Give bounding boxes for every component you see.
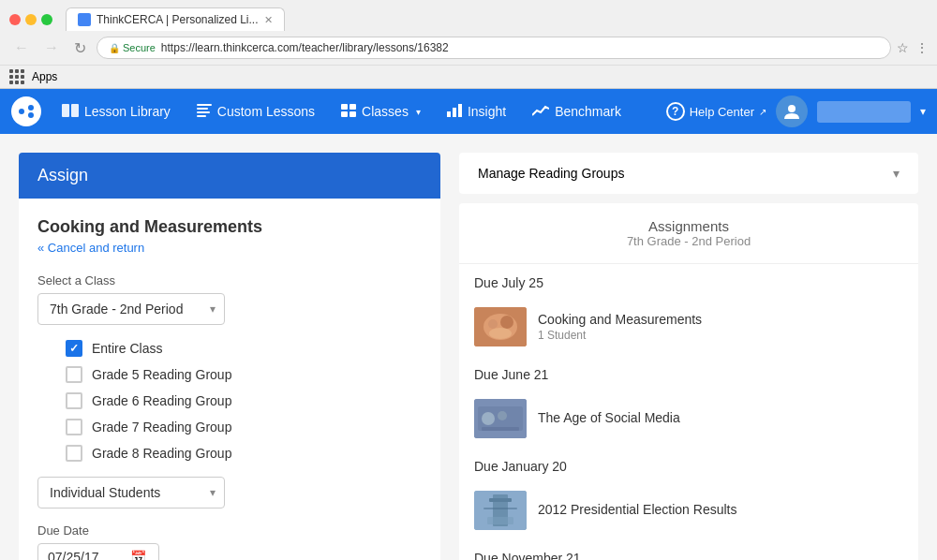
svg-rect-26 <box>482 427 519 431</box>
browser-actions: ☆ ⋮ <box>897 40 928 55</box>
svg-rect-29 <box>489 498 512 502</box>
svg-rect-8 <box>197 115 206 117</box>
grade7-label: Grade 7 Reading Group <box>92 420 231 435</box>
svg-rect-30 <box>483 508 517 509</box>
nav-lesson-library[interactable]: Lesson Library <box>49 89 184 134</box>
calendar-icon[interactable]: 📅 <box>130 550 146 560</box>
right-panel: Manage Reading Groups ▾ Assignments 7th … <box>459 153 918 560</box>
grade6-checkbox-box <box>66 392 82 409</box>
external-link-icon: ↗ <box>759 107 766 117</box>
entire-class-checkbox[interactable]: ✓ Entire Class <box>66 340 422 357</box>
classes-dropdown-chevron: ▾ <box>416 107 421 117</box>
grade6-checkbox[interactable]: Grade 6 Reading Group <box>66 392 422 409</box>
book-icon <box>62 104 79 120</box>
manage-groups-header[interactable]: Manage Reading Groups ▾ <box>459 153 918 194</box>
nav-benchmark[interactable]: Benchmark <box>519 89 634 134</box>
nav-custom-lessons[interactable]: Custom Lessons <box>184 89 328 134</box>
select-class-section: Select a Class 7th Grade - 2nd Period 6t… <box>37 273 422 325</box>
forward-button[interactable]: → <box>39 37 64 58</box>
browser-chrome: ThinkCERCA | Personalized Li... ✕ ← → ↻ … <box>0 0 937 89</box>
lesson-title: Cooking and Measurements <box>37 217 422 237</box>
browser-toolbar: ← → ↻ Secure https://learn.thinkcerca.co… <box>0 31 937 65</box>
grade7-checkbox[interactable]: Grade 7 Reading Group <box>66 419 422 435</box>
user-avatar[interactable] <box>776 96 808 127</box>
help-center-button[interactable]: ? Help Center ↗ <box>666 102 766 121</box>
svg-point-25 <box>498 411 507 420</box>
browser-tab[interactable]: ThinkCERCA | Personalized Li... ✕ <box>66 7 285 31</box>
tab-close-button[interactable]: ✕ <box>264 14 273 26</box>
svg-rect-6 <box>197 108 208 110</box>
grade7-checkbox-box <box>66 419 82 435</box>
svg-rect-15 <box>458 104 462 117</box>
assignments-subtitle: 7th Grade - 2nd Period <box>474 234 903 248</box>
grade5-checkbox[interactable]: Grade 5 Reading Group <box>66 366 422 383</box>
maximize-window-button[interactable] <box>41 14 52 25</box>
grid-icon <box>341 104 356 120</box>
due-july-header: Due July 25 <box>459 264 918 298</box>
assign-body: Cooking and Measurements Cancel and retu… <box>19 199 440 560</box>
close-window-button[interactable] <box>9 14 21 25</box>
apps-grid-icon <box>9 69 24 84</box>
svg-rect-14 <box>453 108 456 117</box>
svg-rect-12 <box>350 111 356 117</box>
nav-insight[interactable]: Insight <box>434 89 519 134</box>
bookmark-icon[interactable]: ☆ <box>897 40 909 55</box>
class-select[interactable]: 7th Grade - 2nd Period 6th Grade - 1st P… <box>37 293 225 325</box>
assignment-group-nov: Due November 21 Big Drinks: In or Out? <box>459 539 918 560</box>
user-name-input[interactable] <box>817 101 911 123</box>
entire-class-checkbox-box: ✓ <box>66 340 82 357</box>
social-assignment-info: The Age of Social Media <box>538 410 903 427</box>
user-menu-chevron[interactable]: ▾ <box>920 105 926 118</box>
due-date-input-wrapper[interactable]: 📅 <box>37 543 159 560</box>
svg-point-2 <box>28 112 34 118</box>
extensions-icon[interactable]: ⋮ <box>916 41 928 54</box>
due-date-input[interactable] <box>48 550 123 560</box>
due-nov-header: Due November 21 <box>459 539 918 560</box>
back-button[interactable]: ← <box>9 37 34 58</box>
nav-classes[interactable]: Classes ▾ <box>328 89 434 134</box>
cooking-assignment-info: Cooking and Measurements 1 Student <box>538 312 903 342</box>
svg-point-1 <box>28 105 34 111</box>
grade6-label: Grade 6 Reading Group <box>92 393 231 408</box>
reading-group-checkboxes: ✓ Entire Class Grade 5 Reading Group Gra… <box>66 340 422 462</box>
assignment-election[interactable]: 2012 Presidential Election Results <box>459 481 918 539</box>
svg-rect-3 <box>62 104 69 117</box>
tab-title: ThinkCERCA | Personalized Li... <box>97 13 259 26</box>
svg-point-24 <box>482 412 495 425</box>
election-thumbnail <box>474 491 527 530</box>
nav-benchmark-label: Benchmark <box>555 104 621 119</box>
minimize-window-button[interactable] <box>25 14 37 25</box>
svg-rect-4 <box>71 104 79 117</box>
url-text: https://learn.thinkcerca.com/teacher/lib… <box>161 41 449 54</box>
browser-titlebar: ThinkCERCA | Personalized Li... ✕ <box>0 0 937 31</box>
assignment-cooking[interactable]: Cooking and Measurements 1 Student <box>459 298 918 356</box>
svg-rect-31 <box>487 517 513 524</box>
cancel-link[interactable]: Cancel and return <box>37 241 422 255</box>
svg-point-16 <box>788 105 796 112</box>
secure-badge: Secure <box>109 42 156 53</box>
svg-point-0 <box>19 109 24 114</box>
cooking-thumbnail <box>474 307 527 346</box>
assignment-social[interactable]: The Age of Social Media <box>459 390 918 448</box>
individual-students-select[interactable]: Individual Students <box>37 477 225 508</box>
nav-right: ? Help Center ↗ ▾ <box>666 96 926 127</box>
svg-rect-10 <box>350 104 356 110</box>
app-logo[interactable] <box>11 96 41 126</box>
address-bar[interactable]: Secure https://learn.thinkcerca.com/teac… <box>97 37 891 59</box>
svg-rect-9 <box>341 104 348 110</box>
assignments-header: Assignments 7th Grade - 2nd Period <box>459 203 918 264</box>
election-assignment-info: 2012 Presidential Election Results <box>538 502 903 519</box>
individual-students-wrapper: Individual Students <box>37 477 225 508</box>
grade5-checkbox-box <box>66 366 82 383</box>
apps-label[interactable]: Apps <box>32 70 57 83</box>
grade8-checkbox[interactable]: Grade 8 Reading Group <box>66 445 422 462</box>
due-date-label: Due Date <box>37 523 422 538</box>
nav-lesson-library-label: Lesson Library <box>84 104 171 119</box>
reload-button[interactable]: ↻ <box>69 37 91 59</box>
assign-panel: Assign Cooking and Measurements Cancel a… <box>19 153 440 560</box>
assignments-panel: Assignments 7th Grade - 2nd Period Due J… <box>459 203 918 560</box>
help-icon: ? <box>666 102 685 121</box>
nav-custom-lessons-label: Custom Lessons <box>217 104 315 119</box>
social-title: The Age of Social Media <box>538 410 903 425</box>
svg-point-21 <box>489 328 512 339</box>
